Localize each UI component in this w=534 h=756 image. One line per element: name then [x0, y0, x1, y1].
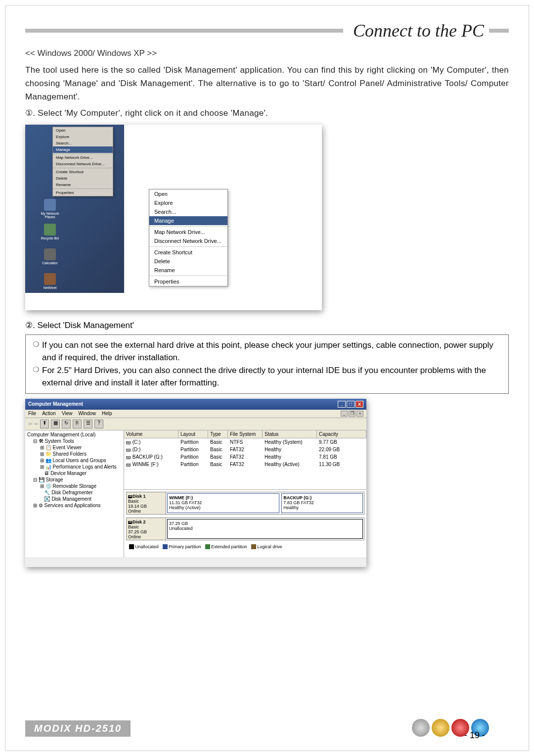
col-status[interactable]: Status	[263, 430, 317, 438]
cm2-rename[interactable]: Rename	[149, 266, 227, 275]
icon-label: Calculator	[42, 261, 58, 265]
page-footer: MODIX HD-2510 - 19 -	[25, 720, 509, 737]
mdi-restore[interactable]: ❐	[349, 411, 356, 417]
netmeeting-icon	[44, 273, 56, 285]
col-fs[interactable]: File System	[228, 430, 263, 438]
tree-perf[interactable]: ⊞ 📊 Performance Logs and Alerts	[26, 464, 123, 470]
cm1-shortcut[interactable]: Create Shortcut	[53, 169, 113, 175]
partition-legend: Unallocated Primary partition Extended p…	[126, 543, 364, 551]
help-icon[interactable]: ?	[94, 420, 103, 428]
col-capacity[interactable]: Capacity	[317, 430, 366, 438]
os-subheading: << Windows 2000/ Windows XP >>	[25, 48, 509, 58]
col-layout[interactable]: Layout	[178, 430, 208, 438]
volume-row[interactable]: 🖴 (D:)PartitionBasicFAT32Healthy22.09 GB	[124, 446, 366, 453]
disk-graphic-pane[interactable]: 🖴Disk 1 Basic 19.14 GB Online WINME (F:)…	[124, 490, 366, 557]
page-title: Connect to the PC	[353, 20, 484, 41]
context-menu-large: Open Explore Search... Manage Map Networ…	[149, 189, 228, 286]
icon-label: My Network Places	[41, 212, 59, 219]
menu-action[interactable]: Action	[42, 411, 56, 417]
minimize-button[interactable]: _	[338, 401, 346, 408]
icon-label: NetMeet	[44, 286, 56, 289]
bullet-icon: ❍	[33, 339, 39, 364]
header-line-left	[25, 29, 343, 33]
tree-icon[interactable]: ▦	[51, 420, 60, 428]
tree-devmgr[interactable]: 🖥 Device Manager	[26, 470, 123, 476]
cm2-shortcut[interactable]: Create Shortcut	[149, 248, 227, 257]
cm2-explore[interactable]: Explore	[149, 198, 227, 207]
disk2-unallocated[interactable]: 37.25 GB Unallocated	[167, 519, 363, 539]
tree-systools[interactable]: ⊟ 🛠 System Tools	[26, 438, 123, 444]
tree-diskmgmt[interactable]: 💽 Disk Management	[26, 496, 123, 502]
disk-1-row[interactable]: 🖴Disk 1 Basic 19.14 GB Online WINME (F:)…	[126, 492, 364, 515]
cm2-properties[interactable]: Properties	[149, 277, 227, 286]
refresh-icon[interactable]: ↻	[62, 420, 71, 428]
cm1-search[interactable]: Search...	[53, 140, 113, 146]
tree-users[interactable]: ⊞ 👥 Local Users and Groups	[26, 457, 123, 464]
cm2-disconnect[interactable]: Disconnect Network Drive...	[149, 236, 227, 245]
menu-help[interactable]: Help	[102, 411, 112, 417]
cm2-manage[interactable]: Manage	[149, 216, 227, 225]
menu-view[interactable]: View	[62, 411, 73, 417]
window-title: Computer Management	[28, 401, 83, 407]
disk-2-label: 🖴Disk 2 Basic 37.25 GB Online	[127, 518, 166, 540]
export-icon[interactable]: ⎘	[73, 420, 82, 428]
tree-pane[interactable]: Computer Management (Local) ⊟ 🛠 System T…	[25, 430, 124, 557]
cm2-delete[interactable]: Delete	[149, 257, 227, 266]
step-1: ①. Select 'My Computer', right click on …	[25, 106, 509, 120]
network-places-icon	[44, 199, 56, 211]
page-number: - 19 -	[464, 730, 485, 741]
window-titlebar[interactable]: Computer Management _ □ X	[25, 399, 366, 410]
cm1-delete[interactable]: Delete	[53, 175, 113, 182]
footer-icon-1	[412, 719, 430, 737]
col-volume[interactable]: Volume	[124, 430, 178, 438]
desktop-icon-recycle[interactable]: Recycle Bin	[40, 224, 60, 240]
cm2-search[interactable]: Search...	[149, 207, 227, 216]
cm1-explore[interactable]: Explore	[53, 134, 113, 140]
tree-shared[interactable]: ⊞ 📁 Shared Folders	[26, 451, 123, 457]
cm1-open[interactable]: Open	[53, 127, 113, 134]
volume-row[interactable]: 🖴 WINME (F:)PartitionBasicFAT32Healthy (…	[124, 461, 366, 468]
forward-icon[interactable]: ⇨	[34, 421, 38, 426]
desktop-icon-network[interactable]: My Network Places	[40, 199, 60, 219]
screenshot-context-menu: Open Explore Search... Manage Map Networ…	[25, 125, 322, 310]
properties-icon[interactable]: ☰	[84, 420, 92, 428]
col-type[interactable]: Type	[208, 430, 228, 438]
disk-2-row[interactable]: 🖴Disk 2 Basic 37.25 GB Online 37.25 GB U…	[126, 518, 364, 540]
recycle-bin-icon	[44, 224, 56, 236]
disk1-partition-backup[interactable]: BACKUP (G:) 7.83 GB FAT32 Healthy	[281, 493, 363, 513]
desktop-icon-netmeet[interactable]: NetMeet	[40, 273, 60, 289]
desktop-icon-calculator[interactable]: Calculator	[40, 248, 60, 265]
context-menu-small: Open Explore Search... Manage Map Networ…	[52, 127, 113, 196]
menu-window[interactable]: Window	[78, 411, 96, 417]
disk1-partition-winme[interactable]: WINME (F:) 11.31 GB FAT32 Healthy (Activ…	[167, 493, 279, 513]
mdi-close[interactable]: ×	[356, 411, 363, 417]
back-icon[interactable]: ⇦	[28, 421, 32, 426]
volume-list[interactable]: Volume Layout Type File System Status Ca…	[124, 430, 366, 490]
cm1-properties[interactable]: Properties	[53, 189, 113, 196]
step-2: ②. Select 'Disk Management'	[25, 320, 509, 331]
tree-services[interactable]: ⊞ ⚙ Services and Applications	[26, 502, 123, 509]
cm1-disconnect[interactable]: Disconnect Network Drive...	[53, 161, 113, 167]
tree-root[interactable]: Computer Management (Local)	[26, 431, 123, 438]
cm2-open[interactable]: Open	[149, 189, 227, 198]
cm1-map[interactable]: Map Network Drive...	[53, 154, 113, 161]
maximize-button[interactable]: □	[347, 401, 355, 408]
note-1: If you can not see the external hard dri…	[42, 339, 501, 364]
screenshot-disk-management: Computer Management _ □ X File Action Vi…	[25, 399, 366, 567]
up-icon[interactable]: ⬆	[40, 420, 49, 428]
icon-label: Recycle Bin	[41, 236, 59, 240]
volume-row[interactable]: 🖴 (C:)PartitionBasicNTFSHealthy (System)…	[124, 438, 366, 446]
cm2-map[interactable]: Map Network Drive...	[149, 228, 227, 236]
volume-row[interactable]: 🖴 BACKUP (G:)PartitionBasicFAT32Healthy7…	[124, 453, 366, 461]
tree-removable[interactable]: ⊞ 💿 Removable Storage	[26, 483, 123, 489]
close-button[interactable]: X	[356, 401, 363, 408]
cm1-rename[interactable]: Rename	[53, 182, 113, 188]
tree-defrag[interactable]: 🔧 Disk Defragmenter	[26, 489, 123, 496]
note-2: For 2.5" Hard Drives, you can also conne…	[42, 364, 501, 389]
tree-storage[interactable]: ⊟ 💾 Storage	[26, 476, 123, 483]
mdi-minimize[interactable]: _	[341, 411, 348, 417]
cm1-manage[interactable]: Manage	[53, 146, 113, 153]
menu-file[interactable]: File	[28, 411, 36, 417]
tree-eventviewer[interactable]: ⊞ 📋 Event Viewer	[26, 444, 123, 451]
header-line-right	[489, 29, 509, 33]
